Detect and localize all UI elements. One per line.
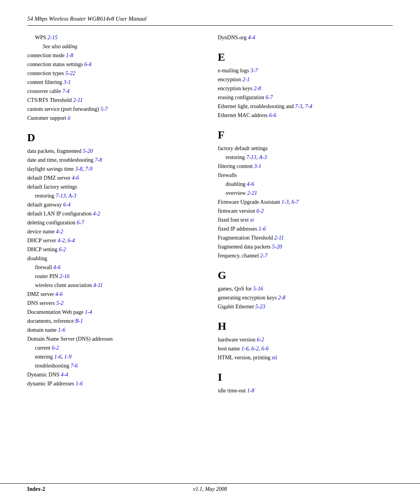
entry-link[interactable]: 4-2 <box>93 211 100 217</box>
index-entry: Firmware Upgrade Assistant 1-3, 6-7 <box>218 198 393 206</box>
index-entry: Fragmentation Threshold 2-11 <box>218 234 393 242</box>
index-entry: connection mode 1-8 <box>27 51 202 60</box>
entry-link[interactable]: 1-4 <box>85 309 92 315</box>
index-entry: connection types 5-22 <box>27 69 202 77</box>
entry-label: entering <box>35 354 54 360</box>
entry-label: generating encryption keys <box>218 295 278 301</box>
entry-link[interactable]: 2-11 <box>274 235 284 241</box>
entry-link[interactable]: 1-8 <box>66 52 74 58</box>
entry-link[interactable]: 6-2 <box>257 208 264 214</box>
entry-link[interactable]: 7-13 <box>246 154 256 160</box>
entry-label: Domain Name Server (DNS) addresses <box>27 336 113 342</box>
index-entry: default DMZ server 4-6 <box>27 174 202 182</box>
entry-link[interactable]: 5-2 <box>56 300 64 306</box>
entry-link[interactable]: 5-20 <box>83 148 93 154</box>
index-entry: firmware version 6-2 <box>218 207 393 215</box>
entry-link[interactable]: 6-7 <box>266 94 273 100</box>
entry-link2[interactable]: 6-2 <box>251 346 259 352</box>
entry-link[interactable]: 2-16 <box>60 273 70 279</box>
entry-link2[interactable]: 7-4 <box>305 103 312 109</box>
entry-link[interactable]: 7-3 <box>295 103 303 109</box>
entry-link[interactable]: 2-8 <box>254 86 261 91</box>
entry-link[interactable]: 6-2 <box>59 247 66 252</box>
index-entry: CTS/RTS Threshold 2-11 <box>27 96 202 104</box>
entry-link[interactable]: 7-8 <box>95 157 102 163</box>
entry-link[interactable]: B-1 <box>75 318 83 324</box>
entry-link[interactable]: 2-7 <box>260 253 268 259</box>
entry-link[interactable]: 4-4 <box>61 372 68 378</box>
entry-link[interactable]: 6-4 <box>84 61 92 67</box>
entry-see-also: See also adding <box>43 44 77 49</box>
entry-link[interactable]: 4-4 <box>248 35 256 40</box>
entry-link2[interactable]: 6-7 <box>291 199 299 205</box>
entry-label: host name <box>218 346 242 352</box>
entry-label: restoring <box>35 193 56 199</box>
entry-label: Documentation Web page <box>27 309 85 315</box>
entry-link[interactable]: 2-1 <box>242 77 250 82</box>
entry-link[interactable]: 1-3 <box>282 199 289 205</box>
entry-link[interactable]: 5-20 <box>272 244 282 250</box>
entry-label: Customer support <box>27 115 67 121</box>
index-entry: Customer support ii <box>27 114 202 122</box>
entry-label: firewalls <box>218 172 237 178</box>
section-letter-d: D <box>27 131 202 144</box>
index-entry: restoring 7-13, A-3 <box>27 192 202 200</box>
entry-link[interactable]: 2-11 <box>73 97 83 103</box>
entry-link[interactable]: 5-7 <box>100 106 108 112</box>
entry-link[interactable]: 7-4 <box>62 88 70 94</box>
entry-link[interactable]: 3-1 <box>63 79 71 85</box>
index-entry: hardware version 6-2 <box>218 336 393 344</box>
entry-label: data packets, fragmented <box>27 148 83 154</box>
entry-link[interactable]: 2-8 <box>278 295 285 301</box>
entry-link[interactable]: 6-2 <box>52 345 59 351</box>
entry-label: default factory settings <box>27 184 77 190</box>
entry-label: encryption <box>218 77 242 82</box>
entry-link[interactable]: 5-23 <box>255 304 265 310</box>
entry-link[interactable]: 3-7 <box>250 68 258 74</box>
entry-link[interactable]: 7-13 <box>56 193 66 199</box>
entry-link[interactable]: 7-6 <box>70 363 78 369</box>
entry-link[interactable]: 6-2 <box>257 337 264 343</box>
entry-link2[interactable]: A-3 <box>68 193 76 199</box>
entry-link[interactable]: 1-6 <box>242 346 249 352</box>
entry-link[interactable]: 1-6 <box>58 327 65 333</box>
entry-link3[interactable]: 6-6 <box>261 346 269 352</box>
entry-label: daylight savings time <box>27 166 75 172</box>
entry-link[interactable]: 4-6 <box>72 175 79 181</box>
entry-link[interactable]: xi <box>250 217 254 223</box>
entry-link[interactable]: 6-4 <box>63 202 71 208</box>
entry-link[interactable]: 2-15 <box>47 35 58 40</box>
entry-link2[interactable]: 7-9 <box>85 166 93 172</box>
entry-link[interactable]: xii <box>272 355 277 360</box>
entry-link[interactable]: 1-6 <box>75 381 83 387</box>
entry-link[interactable]: 4-2 <box>58 238 65 243</box>
entry-link[interactable]: 6-6 <box>269 112 276 118</box>
entry-label: idle time-out <box>218 388 247 394</box>
entry-label: router PIN <box>35 273 60 279</box>
entry-label: firewall <box>35 264 53 270</box>
entry-label: default LAN IP configuration <box>27 211 93 217</box>
entry-link[interactable]: 1-6 <box>259 226 266 232</box>
entry-link[interactable]: 4-6 <box>247 181 254 187</box>
entry-link2[interactable]: 6-4 <box>68 238 75 243</box>
index-entry: fragmented data packets 5-20 <box>218 243 393 251</box>
entry-link[interactable]: 1-8 <box>247 388 254 394</box>
index-entry: See also adding <box>27 42 202 51</box>
entry-link[interactable]: ii <box>67 115 70 121</box>
entry-link[interactable]: 1-6 <box>54 354 61 360</box>
entry-link[interactable]: 2-21 <box>247 190 257 196</box>
entry-label: dynamic IP addresses <box>27 381 75 387</box>
footer-version: v1.1, May 2008 <box>193 486 227 492</box>
entry-link[interactable]: 5-22 <box>65 70 75 76</box>
entry-link[interactable]: 4-11 <box>93 282 103 288</box>
entry-link[interactable]: 4-6 <box>55 291 63 297</box>
entry-link[interactable]: 6-7 <box>77 220 84 226</box>
entry-link[interactable]: 4-6 <box>53 264 61 270</box>
entry-link2[interactable]: 1-9 <box>64 354 72 360</box>
entry-link2[interactable]: A-3 <box>259 154 267 160</box>
entry-link[interactable]: 5-16 <box>253 286 263 292</box>
section-letter-h: H <box>218 320 393 332</box>
entry-link[interactable]: 3-8 <box>75 166 82 172</box>
entry-link[interactable]: 3-1 <box>254 163 261 169</box>
entry-link[interactable]: 4-2 <box>56 229 63 234</box>
